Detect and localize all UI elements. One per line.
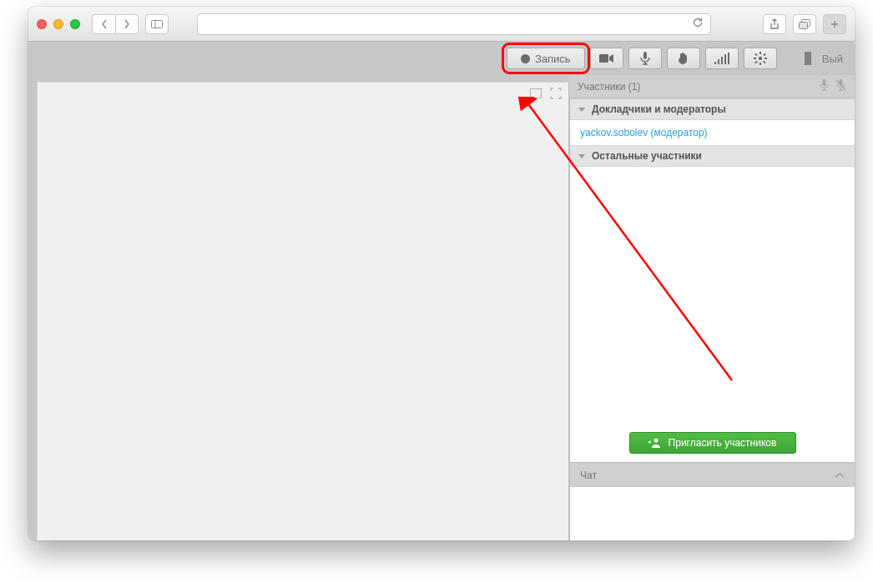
- participants-title: Участники (1): [578, 81, 640, 93]
- chevron-up-icon: [835, 470, 845, 481]
- settings-button[interactable]: [744, 48, 777, 69]
- add-user-icon: [648, 438, 662, 448]
- signal-icon: [714, 53, 729, 64]
- microphone-button[interactable]: [628, 48, 662, 69]
- svg-rect-14: [754, 61, 758, 64]
- browser-window: Запись Вый: [28, 7, 855, 540]
- exit-label: Вый: [822, 53, 843, 65]
- section-speakers[interactable]: Докладчики и модераторы: [570, 98, 855, 120]
- sidebar-toggle-button[interactable]: [145, 14, 169, 34]
- svg-rect-13: [763, 53, 766, 57]
- close-window-button[interactable]: [37, 19, 47, 29]
- minimize-window-button[interactable]: [53, 19, 63, 29]
- chevron-down-icon: [578, 108, 585, 112]
- section-others-label: Остальные участники: [592, 150, 702, 162]
- mic-muted-icon[interactable]: [835, 79, 846, 93]
- participant-name: yackov.sobolev (модератор): [580, 127, 708, 138]
- sidebar: Участники (1) Докладчики и модераторы ya…: [569, 75, 855, 540]
- microphone-icon: [640, 52, 650, 65]
- record-icon: [521, 54, 530, 63]
- invite-label: Пригласить участников: [669, 437, 777, 449]
- camera-icon: [599, 53, 614, 63]
- address-bar[interactable]: [197, 13, 711, 35]
- svg-rect-16: [823, 79, 826, 86]
- mic-all-icon[interactable]: [820, 79, 829, 93]
- section-speakers-label: Докладчики и модераторы: [592, 103, 726, 115]
- tabs-button[interactable]: [793, 14, 816, 34]
- svg-point-6: [759, 57, 762, 60]
- section-others[interactable]: Остальные участники: [570, 145, 855, 167]
- exit-button[interactable]: Вый: [799, 48, 848, 69]
- camera-button[interactable]: [590, 48, 623, 69]
- share-button[interactable]: [763, 14, 786, 34]
- svg-rect-12: [763, 61, 766, 64]
- svg-rect-15: [531, 89, 542, 98]
- svg-rect-7: [759, 52, 761, 54]
- content-area: Участники (1) Докладчики и модераторы ya…: [28, 75, 855, 540]
- hand-icon: [678, 52, 689, 65]
- svg-rect-0: [152, 20, 163, 28]
- chat-panel: [569, 487, 855, 540]
- new-tab-button[interactable]: [823, 14, 846, 34]
- presentation-area: [37, 82, 569, 540]
- chat-header[interactable]: Чат: [569, 462, 855, 487]
- raise-hand-button[interactable]: [667, 48, 700, 69]
- reload-icon[interactable]: [692, 17, 704, 32]
- fullscreen-icon[interactable]: [550, 88, 562, 99]
- window-controls: [37, 19, 80, 29]
- aspect-icon[interactable]: [530, 88, 542, 99]
- zoom-window-button[interactable]: [70, 19, 80, 29]
- participant-row[interactable]: yackov.sobolev (модератор): [570, 120, 855, 145]
- gear-icon: [754, 52, 767, 65]
- browser-toolbar: [28, 7, 855, 42]
- forward-button[interactable]: [115, 14, 139, 34]
- chat-title: Чат: [580, 470, 597, 481]
- svg-rect-10: [765, 58, 767, 59]
- nav-buttons: [92, 14, 139, 34]
- record-label: Запись: [535, 53, 571, 65]
- app-toolbar: Запись Вый: [28, 42, 855, 75]
- invite-button[interactable]: Пригласить участников: [629, 432, 796, 454]
- svg-rect-11: [754, 53, 758, 57]
- svg-rect-4: [599, 54, 608, 63]
- record-button[interactable]: Запись: [507, 48, 585, 69]
- svg-rect-9: [754, 58, 756, 59]
- chevron-down-icon: [578, 154, 585, 158]
- exit-icon: [804, 52, 815, 65]
- back-button[interactable]: [92, 14, 115, 34]
- connection-button[interactable]: [705, 48, 739, 69]
- svg-point-19: [653, 439, 658, 443]
- svg-rect-3: [800, 22, 808, 28]
- participants-header[interactable]: Участники (1): [569, 75, 855, 98]
- svg-rect-8: [759, 63, 761, 65]
- svg-rect-5: [643, 52, 647, 59]
